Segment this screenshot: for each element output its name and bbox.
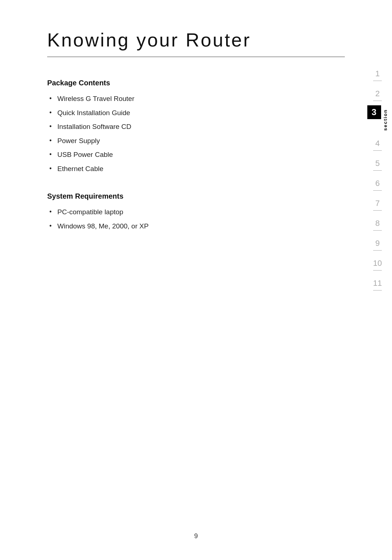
list-item: Power Supply [47, 136, 298, 146]
page-container: Knowing your Router Package Contents Wir… [0, 0, 392, 560]
list-item: Wireless G Travel Router [47, 94, 298, 104]
section-sidebar: 1 2 3 section 4 5 6 [363, 0, 392, 560]
sidebar-item-10: 10 [363, 255, 392, 275]
sidebar-num-4: 4 [363, 135, 392, 150]
sidebar-item-7: 7 [363, 195, 392, 215]
system-requirements-list: PC-compatible laptop Windows 98, Me, 200… [47, 207, 298, 231]
list-item: Quick Installation Guide [47, 108, 298, 118]
sidebar-num-5: 5 [363, 155, 392, 170]
sidebar-divider-11 [373, 290, 382, 291]
sidebar-divider-1 [373, 81, 382, 81]
sidebar-item-2: 2 [363, 85, 392, 105]
sidebar-num-1: 1 [363, 65, 392, 81]
sidebar-divider-10 [373, 270, 382, 271]
page-title: Knowing your Router [47, 29, 298, 51]
sidebar-divider-7 [373, 210, 382, 211]
list-item: Installation Software CD [47, 122, 298, 132]
sidebar-item-4: 4 [363, 135, 392, 155]
list-item: USB Power Cable [47, 150, 298, 160]
title-divider [47, 57, 345, 57]
sidebar-item-5: 5 [363, 155, 392, 175]
sidebar-item-1: 1 [363, 65, 392, 85]
sidebar-num-10: 10 [363, 255, 392, 270]
package-contents-list: Wireless G Travel Router Quick Installat… [47, 94, 298, 174]
sidebar-num-9: 9 [363, 235, 392, 250]
sidebar-item-8: 8 [363, 215, 392, 235]
sidebar-item-11: 11 [363, 275, 392, 295]
sidebar-num-2: 2 [363, 85, 392, 101]
sidebar-num-8: 8 [363, 215, 392, 230]
section-label-vertical: section [383, 105, 388, 131]
sidebar-divider-5 [373, 170, 382, 171]
list-item: Windows 98, Me, 2000, or XP [47, 221, 298, 232]
sidebar-divider-6 [373, 190, 382, 191]
sidebar-num-6: 6 [363, 175, 392, 190]
sidebar-divider-9 [373, 250, 382, 251]
sidebar-num-3-box: 3 [367, 105, 381, 119]
sidebar-divider-4 [373, 150, 382, 151]
sidebar-item-6: 6 [363, 175, 392, 195]
sidebar-divider-2 [373, 101, 382, 101]
sidebar-item-3: 3 section [363, 105, 392, 131]
sidebar-divider-8 [373, 230, 382, 231]
main-content: Knowing your Router Package Contents Wir… [0, 0, 334, 279]
sidebar-num-7: 7 [363, 195, 392, 210]
sidebar-num-11: 11 [363, 275, 392, 290]
package-contents-heading: Package Contents [47, 79, 298, 87]
list-item: PC-compatible laptop [47, 207, 298, 218]
sidebar-item-9: 9 [363, 235, 392, 255]
list-item: Ethernet Cable [47, 164, 298, 174]
page-number: 9 [194, 532, 198, 540]
system-requirements-heading: System Requirements [47, 192, 298, 200]
